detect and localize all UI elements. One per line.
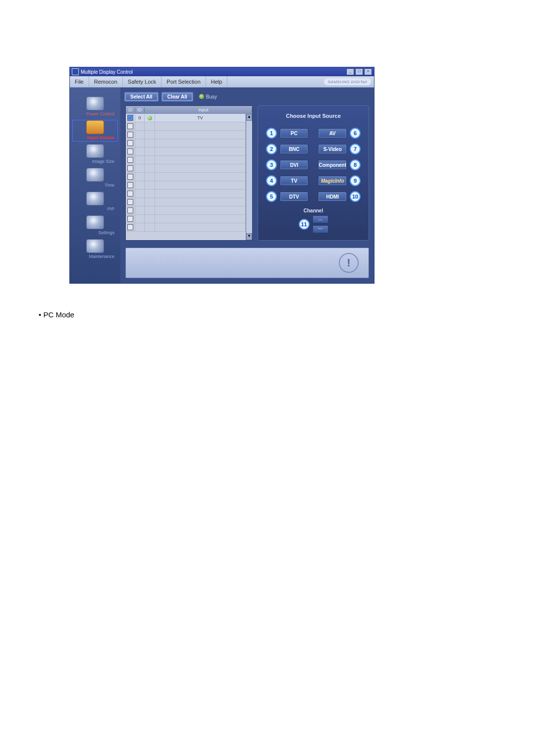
maximize-button[interactable]: □ bbox=[355, 68, 363, 75]
row-checkbox-cell[interactable] bbox=[126, 215, 135, 223]
row-status bbox=[145, 131, 155, 139]
footnote: • PC Mode bbox=[39, 310, 535, 319]
channel-down-button[interactable]: ﹀ bbox=[313, 225, 328, 233]
row-checkbox-cell[interactable] bbox=[126, 131, 135, 139]
row-checkbox-cell[interactable] bbox=[126, 198, 135, 206]
table-row[interactable] bbox=[126, 148, 246, 156]
table-row[interactable] bbox=[126, 215, 246, 223]
scrollbar[interactable]: ▲ ▼ bbox=[246, 114, 252, 240]
menu-help[interactable]: Help bbox=[206, 76, 228, 87]
input-dtv-button[interactable]: DTV bbox=[280, 192, 308, 202]
checkbox[interactable] bbox=[127, 123, 133, 129]
row-input bbox=[155, 164, 246, 172]
row-input: TV bbox=[155, 114, 246, 122]
input-option: HDMI10 bbox=[318, 191, 361, 202]
menu-file[interactable]: File bbox=[70, 76, 89, 87]
clear-all-button[interactable]: Clear All bbox=[161, 92, 193, 101]
sidebar-item-maintenance[interactable]: Maintenance bbox=[73, 239, 117, 260]
channel-up-button[interactable]: ︿ bbox=[313, 215, 328, 223]
sidebar-item-input-source[interactable]: Input Source bbox=[73, 120, 117, 141]
table-row[interactable] bbox=[126, 223, 246, 232]
status-bar: ! bbox=[125, 248, 369, 278]
busy-icon bbox=[199, 94, 204, 99]
checkbox[interactable] bbox=[127, 199, 133, 205]
checkbox[interactable] bbox=[127, 157, 133, 163]
checkbox[interactable] bbox=[127, 140, 133, 146]
checkbox[interactable] bbox=[127, 216, 133, 222]
input-hdmi-button[interactable]: HDMI bbox=[318, 192, 347, 202]
table-row[interactable] bbox=[126, 164, 246, 173]
app-icon bbox=[72, 68, 79, 75]
row-checkbox-cell[interactable] bbox=[126, 223, 135, 231]
input-option: 2BNC bbox=[266, 144, 308, 154]
input-dvi-button[interactable]: DVI bbox=[280, 160, 308, 170]
row-checkbox-cell[interactable] bbox=[126, 181, 135, 189]
row-checkbox-cell[interactable] bbox=[126, 122, 135, 130]
table-row[interactable]: 0TV bbox=[126, 114, 246, 122]
minimize-button[interactable]: _ bbox=[346, 68, 354, 75]
table-row[interactable] bbox=[126, 190, 246, 198]
select-all-button[interactable]: Select All bbox=[124, 92, 159, 101]
sidebar-item-pip[interactable]: PIP bbox=[73, 192, 117, 212]
checkbox[interactable] bbox=[127, 191, 133, 197]
row-id bbox=[135, 190, 145, 198]
row-checkbox-cell[interactable] bbox=[126, 173, 135, 181]
input-option: AV6 bbox=[318, 128, 361, 139]
table-row[interactable] bbox=[126, 122, 246, 131]
row-checkbox-cell[interactable] bbox=[126, 148, 135, 155]
menu-port-selection[interactable]: Port Selection bbox=[161, 76, 206, 87]
row-checkbox-cell[interactable] bbox=[126, 156, 135, 164]
row-status bbox=[145, 122, 155, 130]
table-row[interactable] bbox=[126, 139, 246, 148]
busy-indicator: Busy bbox=[199, 94, 217, 100]
row-checkbox-cell[interactable] bbox=[126, 206, 135, 214]
checkbox[interactable] bbox=[127, 132, 133, 138]
row-status bbox=[145, 148, 155, 155]
table-row[interactable] bbox=[126, 181, 246, 190]
table-row[interactable] bbox=[126, 131, 246, 139]
input-option: 1PC bbox=[266, 128, 308, 139]
busy-label: Busy bbox=[206, 94, 217, 100]
sidebar-item-power-control[interactable]: Power Control bbox=[73, 97, 117, 117]
header-input: Input bbox=[155, 107, 252, 112]
checkbox[interactable] bbox=[127, 115, 133, 121]
sidebar-item-label: PIP bbox=[73, 206, 117, 211]
input-pc-button[interactable]: PC bbox=[280, 128, 308, 138]
table-row[interactable] bbox=[126, 156, 246, 164]
row-input bbox=[155, 206, 246, 214]
checkbox[interactable] bbox=[127, 224, 133, 230]
menu-safety-lock[interactable]: Safety Lock bbox=[123, 76, 161, 87]
input-av-button[interactable]: AV bbox=[318, 128, 347, 138]
row-checkbox-cell[interactable] bbox=[126, 114, 135, 122]
sidebar-item-settings[interactable]: Settings bbox=[73, 215, 117, 236]
table-row[interactable] bbox=[126, 173, 246, 181]
checkbox[interactable] bbox=[127, 174, 133, 180]
row-status bbox=[145, 181, 155, 189]
input-option: 3DVI bbox=[266, 159, 308, 170]
row-checkbox-cell[interactable] bbox=[126, 190, 135, 198]
checkbox[interactable] bbox=[127, 149, 133, 154]
sidebar-item-label: Input Source bbox=[73, 135, 117, 140]
sidebar-item-image-size[interactable]: Image Size bbox=[73, 144, 117, 165]
input-magicinfo-button[interactable]: MagicInfo bbox=[318, 176, 347, 186]
scroll-track[interactable] bbox=[246, 121, 252, 233]
menu-remocon[interactable]: Remocon bbox=[89, 76, 123, 87]
close-button[interactable]: × bbox=[364, 68, 372, 75]
row-input bbox=[155, 173, 246, 181]
row-checkbox-cell[interactable] bbox=[126, 164, 135, 172]
input-s-video-button[interactable]: S-Video bbox=[318, 144, 347, 154]
checkbox[interactable] bbox=[127, 207, 133, 213]
callout-number: 9 bbox=[350, 175, 361, 186]
checkbox[interactable] bbox=[127, 182, 133, 188]
table-row[interactable] bbox=[126, 198, 246, 206]
sidebar-item-time[interactable]: Time bbox=[73, 168, 117, 189]
scroll-down-button[interactable]: ▼ bbox=[246, 233, 252, 240]
row-checkbox-cell[interactable] bbox=[126, 139, 135, 147]
input-tv-button[interactable]: TV bbox=[280, 176, 308, 186]
table-row[interactable] bbox=[126, 206, 246, 215]
input-bnc-button[interactable]: BNC bbox=[280, 144, 308, 154]
scroll-up-button[interactable]: ▲ bbox=[246, 114, 252, 121]
row-input bbox=[155, 198, 246, 206]
checkbox[interactable] bbox=[127, 165, 133, 171]
input-component-button[interactable]: Component bbox=[318, 160, 347, 170]
